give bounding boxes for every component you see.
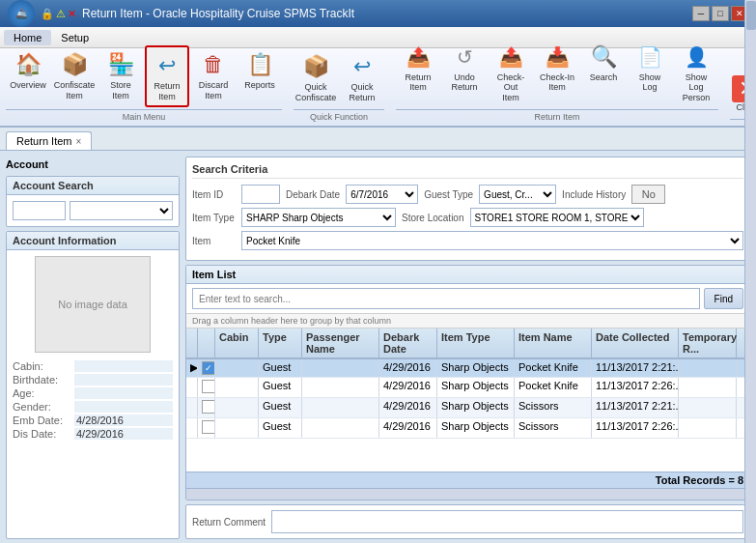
quick-confiscate-button[interactable]: 📦 QuickConfiscate (294, 47, 338, 107)
window-title: Return Item - Oracle Hospitality Cruise … (82, 7, 354, 20)
return-item-group-label: Return Item (396, 109, 718, 122)
toolbar-group-return: 📤 ReturnItem ↺ Undo Return 📤 Check-OutIt… (396, 38, 718, 122)
row-check-2[interactable] (198, 378, 215, 397)
window-controls: ─ □ ✕ (692, 6, 748, 21)
emb-date-label: Emb Date: (13, 414, 70, 426)
vertical-scrollbar[interactable] (744, 359, 749, 472)
cabin-row: Cabin: (13, 360, 173, 372)
quick-return-button[interactable]: ↩ QuickReturn (340, 47, 384, 107)
row-cabin-2 (215, 378, 259, 397)
th-cabin[interactable]: Cabin (215, 329, 259, 357)
horizontal-scrollbar[interactable] (186, 488, 749, 500)
row-check-3[interactable] (198, 398, 215, 417)
item-id-label: Item ID (192, 189, 236, 200)
row-check-1[interactable]: ✓ (198, 359, 215, 377)
confiscate-item-button[interactable]: 📦 ConfiscateItem (52, 45, 97, 107)
toolbar-group-main: 🏠 Overview 📦 ConfiscateItem 🏪 StoreItem … (6, 45, 282, 122)
account-info-panel: Account Information No image data Cabin:… (6, 231, 180, 539)
check-in-item-button[interactable]: 📥 Check-InItem (535, 38, 579, 107)
discard-item-button[interactable]: 🗑 DiscardItem (191, 45, 236, 107)
quick-return-label: QuickReturn (349, 82, 375, 103)
return-item-button[interactable]: ↩ ReturnItem (145, 45, 189, 107)
table-row[interactable]: Guest 4/29/2016 Sharp Objects Scissors 1… (186, 398, 749, 418)
overview-label: Overview (10, 80, 46, 91)
left-panel: Account Account Search Account Informati… (6, 157, 180, 539)
row-passenger-2 (302, 378, 379, 397)
row-cabin-3 (215, 398, 259, 417)
return-item-tab[interactable]: Return Item × (6, 131, 92, 150)
row-type-2: Guest (259, 378, 302, 397)
table-row[interactable]: ▶ ✓ Guest 4/29/2016 Sharp Objects Pocket… (186, 359, 749, 378)
return-item-action-button[interactable]: 📤 ReturnItem (396, 38, 440, 107)
th-debark[interactable]: Debark Date (379, 329, 437, 357)
quick-return-icon: ↩ (347, 51, 378, 82)
overview-icon: 🏠 (13, 49, 43, 80)
check-out-item-button[interactable]: 📤 Check-OutItem (489, 38, 533, 107)
undo-return-button[interactable]: ↺ Undo Return (442, 38, 487, 107)
table-row[interactable]: Guest 4/29/2016 Sharp Objects Scissors 1… (186, 418, 749, 439)
item-list-section: Item List Find Drag a column header here… (185, 265, 750, 500)
store-label: StoreItem (110, 80, 131, 101)
row-debark-3: 4/29/2016 (379, 398, 437, 417)
gender-value (74, 401, 173, 413)
show-log-person-button[interactable]: 👤 Show LogPerson (674, 38, 718, 107)
return-comment-label: Return Comment (192, 517, 266, 528)
main-content: Account Account Search Account Informati… (0, 151, 756, 543)
row-arrow-3 (186, 398, 198, 417)
tab-close-button[interactable]: × (75, 136, 81, 147)
row-itemname-4: Scissors (515, 418, 592, 438)
check-in-label: Check-InItem (540, 72, 574, 94)
row-datecollected-4: 11/13/2017 2:26:... (592, 418, 679, 438)
quick-function-label: Quick Function (294, 109, 384, 122)
row-arrow-4 (186, 418, 198, 438)
th-itemtype[interactable]: Item Type (437, 329, 515, 357)
store-item-button[interactable]: 🏪 StoreItem (98, 45, 143, 107)
quick-confiscate-label: QuickConfiscate (295, 82, 337, 103)
emb-date-value: 4/28/2016 (74, 414, 173, 426)
reports-button[interactable]: 📋 Reports (238, 45, 282, 107)
show-log-button[interactable]: 📄 Show Log (628, 38, 672, 107)
total-records-label: Total Records = 8 (656, 474, 743, 486)
item-select[interactable]: Pocket Knife (241, 231, 743, 250)
guest-type-select[interactable]: Guest, Cr... (479, 185, 556, 204)
th-temp[interactable]: Temporary R... (679, 329, 737, 357)
account-search-panel: Account Search (6, 176, 180, 227)
th-datecollected[interactable]: Date Collected (592, 329, 679, 357)
find-button[interactable]: Find (704, 288, 743, 309)
lock-icons: 🔒 ⚠ ✕ (41, 8, 76, 20)
item-type-select[interactable]: SHARP Sharp Objects (241, 208, 396, 227)
show-log-icon: 📄 (634, 42, 665, 72)
th-itemname[interactable]: Item Name (515, 329, 592, 357)
search-button[interactable]: 🔍 Search (581, 38, 626, 107)
row-debark-4: 4/29/2016 (379, 418, 437, 438)
app-logo: 🚢 (8, 0, 35, 27)
item-id-input[interactable] (241, 185, 280, 204)
age-row: Age: (13, 387, 173, 399)
row-check-4[interactable] (198, 418, 215, 438)
title-bar: 🚢 🔒 ⚠ ✕ Return Item - Oracle Hospitality… (0, 0, 756, 27)
account-select[interactable] (70, 201, 173, 220)
table-row[interactable]: Guest 4/29/2016 Sharp Objects Pocket Kni… (186, 378, 749, 398)
store-location-select[interactable]: STORE1 STORE ROOM 1, STORE2 STORE ... (470, 208, 644, 227)
table-body: ▶ ✓ Guest 4/29/2016 Sharp Objects Pocket… (186, 359, 749, 472)
return-comment-input[interactable] (271, 510, 743, 533)
account-info-title: Account Information (7, 232, 179, 250)
search-label: Search (590, 72, 618, 83)
lock-icon: 🔒 (41, 8, 54, 20)
overview-button[interactable]: 🏠 Overview (6, 45, 50, 107)
th-type[interactable]: Type (259, 329, 302, 357)
account-id-input[interactable] (13, 201, 66, 220)
debark-date-select[interactable]: 6/7/2016 (346, 185, 418, 204)
table-scroll-container: ▶ ✓ Guest 4/29/2016 Sharp Objects Pocket… (186, 359, 749, 472)
th-passenger[interactable]: Passenger Name (302, 329, 379, 357)
menu-setup[interactable]: Setup (51, 30, 98, 45)
include-history-toggle[interactable]: No (631, 185, 665, 204)
minimize-button[interactable]: ─ (692, 6, 710, 21)
return-label: ReturnItem (154, 81, 180, 102)
menu-home[interactable]: Home (4, 30, 51, 45)
main-menu-label: Main Menu (6, 109, 282, 122)
tab-label: Return Item (16, 135, 71, 147)
item-list-search-input[interactable] (192, 288, 700, 309)
maximize-button[interactable]: □ (712, 6, 729, 21)
item-type-label: Item Type (192, 213, 236, 223)
